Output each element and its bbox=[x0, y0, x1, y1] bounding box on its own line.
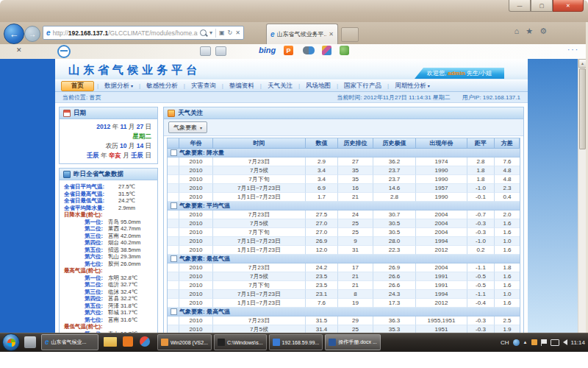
group-checkbox[interactable] bbox=[171, 202, 177, 209]
nav-item-6[interactable]: 天气关注 bbox=[262, 82, 298, 91]
cell: 2.8 bbox=[467, 158, 495, 166]
tab-close-icon[interactable]: ✕ bbox=[329, 31, 334, 38]
language-indicator[interactable]: CH bbox=[501, 339, 509, 346]
cell: 7月下旬 bbox=[213, 281, 306, 290]
table-row[interactable]: 20107月1日~7月23日23.1824.31994-1.11.0 bbox=[168, 290, 520, 299]
taskbar-app-icon[interactable] bbox=[140, 336, 150, 347]
back-button[interactable]: ← bbox=[4, 24, 24, 44]
speaker-icon[interactable] bbox=[563, 339, 567, 345]
window-titlebar[interactable] bbox=[0, 0, 588, 22]
home-icon[interactable]: ⌂ bbox=[514, 26, 520, 36]
table-row[interactable]: 20107月下旬27.02530.52004-0.31.6 bbox=[168, 228, 520, 237]
table-row[interactable]: 20107月5候23.52126.61991-0.51.6 bbox=[168, 272, 520, 281]
start-button[interactable] bbox=[2, 333, 20, 351]
url-field[interactable]: e http://192.168.137.1/GLCCLIMATE/module… bbox=[43, 26, 244, 40]
nav-item-8[interactable]: 国家下行产品 bbox=[338, 82, 387, 91]
table-row[interactable]: 20107月5候27.02530.52004-0.31.6 bbox=[168, 219, 520, 228]
table-group-row[interactable]: 气象要素: 最低气温 bbox=[168, 255, 520, 263]
plugin-p-icon[interactable]: P bbox=[284, 46, 293, 55]
table-group-row[interactable]: 气象要素: 平均气温 bbox=[168, 202, 520, 210]
cell: 4.8 bbox=[495, 175, 520, 184]
screenshot-bottom-margin bbox=[0, 352, 588, 368]
plugin-icon[interactable] bbox=[303, 46, 315, 54]
table-row[interactable]: 20107月23日24.21726.92004-1.11.8 bbox=[168, 263, 520, 272]
group-checkbox[interactable] bbox=[171, 255, 177, 262]
plugin-icon[interactable] bbox=[340, 46, 349, 55]
nav-item-7[interactable]: 风场地图 bbox=[300, 82, 337, 91]
table-group-row[interactable]: 气象要素: 降水量 bbox=[168, 149, 520, 158]
table-row[interactable]: 20107月1日~7月23日26.9928.01994-1.01.0 bbox=[168, 237, 520, 246]
compatibility-icon[interactable]: ▣ bbox=[219, 29, 225, 36]
taskbar-task-button[interactable]: 192.168.59.99... bbox=[269, 334, 323, 350]
favorites-star-icon[interactable]: ★ bbox=[526, 26, 533, 36]
card-icon[interactable] bbox=[200, 46, 211, 56]
scrollbar-thumb[interactable] bbox=[579, 68, 586, 149]
notification-icon[interactable] bbox=[531, 339, 537, 345]
weather-rank-row: 第三位:莒南 42.0mm bbox=[64, 233, 156, 240]
new-tab-button[interactable] bbox=[341, 27, 359, 42]
refresh-icon[interactable]: ↻ bbox=[228, 29, 233, 36]
weather-rank-label: 第一位: bbox=[85, 219, 108, 226]
maximize-button[interactable]: ▢ bbox=[531, 0, 553, 12]
nav-item-9[interactable]: 周期性分析▾ bbox=[389, 82, 436, 91]
search-caret-icon[interactable]: ▾ bbox=[209, 29, 212, 36]
table-row[interactable]: 20107月1日~7月23日6.91614.61957-1.02.3 bbox=[168, 184, 520, 193]
taskbar-task-button[interactable]: 操作手册.docx ... bbox=[325, 334, 381, 350]
bing-logo[interactable]: bing bbox=[259, 46, 276, 54]
calendar-token: 日 bbox=[143, 123, 151, 130]
table-row[interactable]: 20107月下旬3.43523.719901.84.8 bbox=[168, 175, 520, 184]
table-row[interactable]: 20107月23日2.92736.219742.87.6 bbox=[168, 158, 520, 166]
show-hidden-icons[interactable]: ▲ bbox=[523, 340, 528, 344]
taskbar-app-icon[interactable] bbox=[123, 336, 133, 347]
network-icon[interactable] bbox=[551, 339, 559, 346]
table-row[interactable]: 20107月23日31.52936.31955,1951-0.32.5 bbox=[168, 316, 520, 325]
nav-item-4[interactable]: 灾害查询 bbox=[185, 82, 222, 91]
status-bar: 当前位置: 首页 当前时间: 2012年11月27日 11:14:31 星期二 … bbox=[55, 92, 528, 103]
search-icon[interactable] bbox=[200, 29, 207, 36]
breadcrumb: 当前位置: 首页 bbox=[62, 93, 101, 102]
card-icon[interactable] bbox=[215, 46, 226, 56]
nav-item-1[interactable]: 首页 bbox=[61, 81, 94, 91]
action-center-flag-icon[interactable] bbox=[541, 339, 547, 346]
nav-item-3[interactable]: 敏感性分析 bbox=[140, 82, 184, 91]
column-header: 数值 bbox=[306, 138, 338, 149]
table-row[interactable]: 20107月5候3.43523.719901.84.8 bbox=[168, 166, 520, 175]
nav-item-5[interactable]: 整编资料 bbox=[223, 82, 260, 91]
group-checkbox[interactable] bbox=[171, 149, 177, 156]
network-globe-icon[interactable] bbox=[513, 339, 520, 346]
table-row[interactable]: 20107月23日27.52430.72004-0.72.0 bbox=[168, 210, 520, 219]
taskbar-task-button[interactable]: C:\Windows\s... bbox=[214, 334, 267, 350]
table-row[interactable]: 20101月1日~7月23日1.7212.81990-0.10.4 bbox=[168, 193, 520, 202]
cell: -0.5 bbox=[467, 281, 495, 290]
table-row[interactable]: 20107月下旬23.52126.61991-0.51.6 bbox=[168, 281, 520, 290]
taskbar-clock[interactable]: 11:14 bbox=[571, 339, 585, 346]
minimize-button[interactable]: — bbox=[509, 0, 531, 12]
plugin-icon[interactable] bbox=[322, 46, 331, 55]
taskbar-task-button[interactable]: Win2008 (VS2... bbox=[157, 334, 212, 350]
browser-tab[interactable]: e 山东省气候业务平... ✕ bbox=[266, 24, 338, 44]
row-checkbox-cell bbox=[168, 166, 179, 175]
stop-icon[interactable]: ✕ bbox=[235, 29, 240, 36]
toolbar-close-icon[interactable]: ✕ bbox=[16, 46, 22, 54]
element-filter-button[interactable]: 气象要素 ▾ bbox=[168, 121, 207, 133]
toolbar-overflow-icon[interactable]: ··· bbox=[567, 46, 579, 54]
page-content: 山东省气候业务平台 欢迎您, admin 先生/小姐 首页|数据分析▾|敏感性分… bbox=[55, 59, 528, 352]
column-header: 时间 bbox=[213, 138, 306, 149]
tools-gear-icon[interactable]: ⚙ bbox=[539, 26, 547, 36]
nav-item-2[interactable]: 数据分析▾ bbox=[98, 82, 139, 91]
table-group-row[interactable]: 气象要素: 最高气温 bbox=[168, 308, 520, 316]
plugin-circle-icon[interactable] bbox=[57, 45, 71, 58]
table-row[interactable]: 20101月1日~7月23日12.03122.320120.21.6 bbox=[168, 246, 520, 255]
cell: 1974 bbox=[416, 158, 467, 166]
calendar-token: 14 bbox=[135, 142, 143, 149]
weather-rank-label: 第七位: bbox=[85, 261, 108, 268]
forward-button[interactable]: → bbox=[24, 26, 40, 42]
group-checkbox[interactable] bbox=[171, 308, 177, 315]
cell: 1990 bbox=[416, 175, 467, 184]
taskbar-tray-app-icon[interactable] bbox=[24, 336, 36, 348]
explorer-folder-icon[interactable] bbox=[104, 337, 117, 347]
taskbar-ie-button[interactable]: e 山东省气候业... bbox=[41, 334, 98, 350]
cell: 21 bbox=[338, 193, 373, 202]
close-button[interactable]: ✕ bbox=[553, 0, 584, 12]
table-row[interactable]: 20101月1日~7月23日7.61917.32012-0.41.6 bbox=[168, 299, 520, 308]
